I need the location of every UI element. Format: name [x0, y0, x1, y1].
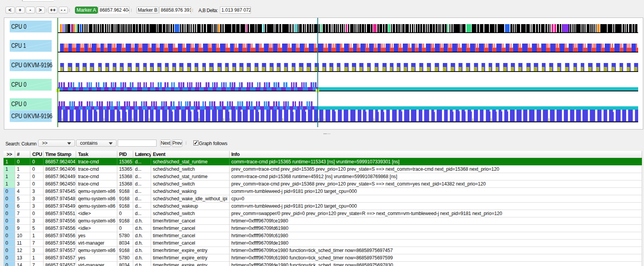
svg-text:CPU 0/KVM-9196: CPU 0/KVM-9196 [11, 62, 52, 68]
svg-text:CPU 0: CPU 0 [11, 101, 26, 107]
svg-text:CPU 1: CPU 1 [11, 42, 26, 49]
svg-text:CPU 0: CPU 0 [11, 23, 26, 30]
svg-text:CPU 0: CPU 0 [11, 81, 26, 88]
svg-text:CPU 0/KVM-9196: CPU 0/KVM-9196 [11, 113, 52, 119]
